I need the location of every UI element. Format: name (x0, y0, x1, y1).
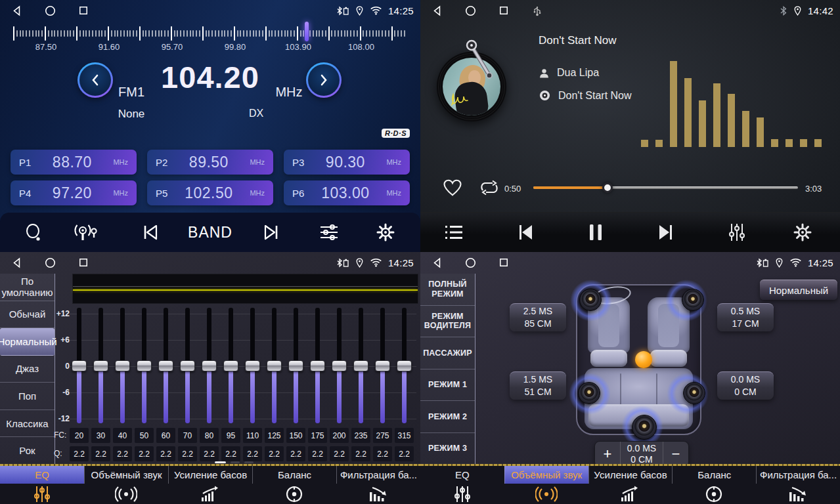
progress-bar[interactable] (533, 186, 798, 189)
eq-slider-handle[interactable] (137, 360, 152, 371)
nav-home-button[interactable] (463, 3, 477, 18)
tab-surround[interactable]: Объёмный звук (504, 466, 588, 504)
eq-preset-item[interactable]: Классика (0, 410, 55, 438)
preset-button-p2[interactable]: P289.50MHz (147, 150, 273, 175)
preset-button-p1[interactable]: P188.70MHz (11, 150, 137, 175)
sound-preset-button[interactable]: Нормальный (760, 280, 837, 300)
tab-balance[interactable]: Баланс (672, 466, 756, 504)
eq-settings-button[interactable] (314, 213, 344, 252)
eq-settings-button[interactable] (721, 213, 753, 252)
sound-mode-item[interactable]: РЕЖИМ 2 (420, 401, 475, 433)
preset-button-p5[interactable]: P5102.50MHz (147, 180, 273, 205)
tab-surround[interactable]: Объёмный звук (84, 466, 168, 504)
wifi-icon (370, 258, 382, 267)
playlist-button[interactable] (439, 213, 469, 252)
eq-scale-label: 0 (53, 362, 70, 371)
eq-slider-handle[interactable] (288, 360, 303, 371)
tab-eq[interactable]: EQ (420, 466, 504, 504)
preset-button-p3[interactable]: P390.30MHz (284, 150, 410, 175)
band-button[interactable]: BAND (180, 213, 240, 252)
nav-recents-button[interactable] (76, 255, 91, 270)
eq-slider-handle[interactable] (375, 360, 390, 371)
dial-tick (218, 30, 219, 37)
tune-down-button[interactable] (77, 62, 113, 98)
eq-preset-selected[interactable]: Нормальный (0, 328, 55, 356)
repeat-button[interactable] (478, 178, 500, 197)
tuner-dial[interactable] (13, 24, 407, 43)
eq-slider-handle[interactable] (353, 360, 368, 371)
eq-slider-handle[interactable] (223, 360, 238, 371)
tab-bass-boost[interactable]: Усиление басов (168, 466, 252, 504)
dial-tick (187, 30, 188, 37)
eq-preset-item[interactable]: Рок (0, 437, 55, 464)
dial-tick (265, 26, 267, 41)
nav-recents-button[interactable] (497, 3, 511, 18)
rear-left-delay-button[interactable]: 1.5 MS51 CM (510, 371, 566, 400)
q-value: 2.2 (351, 446, 370, 461)
eq-slider-handle[interactable] (180, 360, 195, 371)
dial-tick (259, 30, 260, 37)
favorite-button[interactable] (443, 178, 462, 197)
eq-slider-handle[interactable] (267, 360, 282, 371)
tab-filter[interactable]: Фильтрация ба... (336, 466, 420, 504)
eq-preset-item[interactable]: По умолчанию (0, 274, 55, 301)
search-button[interactable] (20, 213, 49, 252)
tab-filter[interactable]: Фильтрация ба... (756, 466, 840, 504)
sound-mode-item[interactable]: РЕЖИМ 1 (420, 369, 475, 402)
dial-tick (391, 26, 393, 41)
prev-station-button[interactable] (134, 213, 167, 252)
nav-home-button[interactable] (43, 3, 57, 18)
eq-slider-handle[interactable] (245, 360, 260, 371)
scan-button[interactable] (68, 213, 104, 252)
eq-preset-item[interactable]: Обычай (0, 301, 55, 329)
next-station-button[interactable] (255, 213, 288, 252)
nav-home-button[interactable] (43, 255, 57, 270)
pause-button[interactable] (579, 213, 612, 252)
dial-tick (319, 30, 320, 37)
sound-mode-item[interactable]: РЕЖИМ 3 (420, 433, 475, 465)
nav-back-button[interactable] (9, 255, 24, 270)
nav-home-button[interactable] (463, 255, 477, 270)
preset-button-p6[interactable]: P6103.00MHz (284, 180, 410, 205)
nav-back-button[interactable] (9, 3, 24, 18)
eq-preset-sidebar: По умолчаниюОбычайНормальныйДжазПопКласс… (0, 274, 55, 464)
eq-preset-item[interactable]: Поп (0, 383, 55, 410)
rear-right-delay-button[interactable]: 0.0 MS0 CM (717, 371, 774, 400)
eq-slider-handle[interactable] (93, 360, 108, 371)
statusbar-right: 14:42 (780, 0, 833, 21)
nav-back-button[interactable] (430, 255, 444, 270)
eq-slider-handle[interactable] (202, 360, 217, 371)
eq-preset-item[interactable]: Джаз (0, 356, 55, 383)
eq-slider-handle[interactable] (310, 360, 325, 371)
listening-position-marker[interactable] (635, 351, 652, 368)
front-left-delay-button[interactable]: 2.5 MS85 CM (510, 303, 566, 331)
eq-slider-handle[interactable] (72, 360, 87, 371)
eq-slider-handle[interactable] (115, 360, 130, 371)
nav-recents-button[interactable] (76, 3, 91, 18)
nav-recents-button[interactable] (497, 255, 511, 270)
eq-slider-handle[interactable] (332, 360, 347, 371)
next-track-button[interactable] (649, 213, 682, 252)
nav-back-button[interactable] (430, 3, 444, 18)
progress-thumb[interactable] (602, 182, 613, 193)
tab-balance[interactable]: Баланс (252, 466, 336, 504)
bluetooth-icon (780, 6, 787, 16)
tab-eq[interactable]: EQ (0, 466, 84, 504)
preset-button-p4[interactable]: P497.20MHz (11, 180, 137, 205)
tab-bass-boost[interactable]: Усиление басов (588, 466, 673, 504)
tune-up-button[interactable] (306, 62, 342, 98)
dial-tick (397, 30, 399, 37)
front-right-delay-button[interactable]: 0.5 MS17 CM (717, 303, 774, 331)
prev-track-button[interactable] (510, 213, 542, 252)
settings-button[interactable] (787, 213, 818, 252)
sound-mode-item[interactable]: РЕЖИМ ВОДИТЕЛЯ (420, 306, 475, 338)
sound-mode-item[interactable]: ПОЛНЫЙ РЕЖИМ (420, 274, 475, 306)
delay-decrease-button[interactable]: − (663, 442, 688, 467)
dial-tick (143, 30, 144, 37)
eq-slider-handle[interactable] (158, 360, 173, 371)
sound-mode-item[interactable]: ПАССАЖИР (420, 337, 475, 369)
settings-button[interactable] (370, 213, 401, 252)
eq-slider-handle[interactable] (397, 360, 412, 371)
dial-frequency-label: 95.70 (149, 42, 195, 52)
delay-increase-button[interactable]: + (595, 442, 620, 467)
